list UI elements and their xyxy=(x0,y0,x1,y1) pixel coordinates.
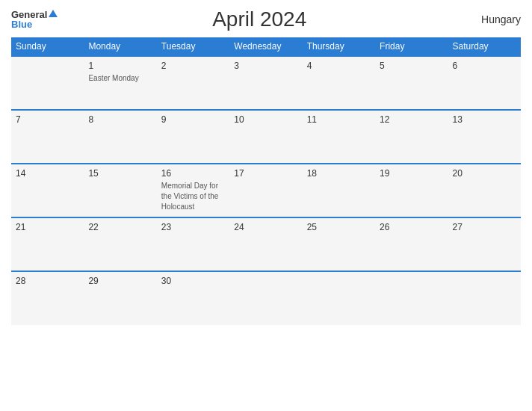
table-row: 12 xyxy=(375,110,448,164)
logo-triangle-icon xyxy=(49,10,58,17)
table-row: 11 xyxy=(303,110,375,164)
col-sunday: Sunday xyxy=(11,37,84,56)
day-number: 25 xyxy=(307,222,371,232)
day-number: 2 xyxy=(161,61,225,71)
day-number: 19 xyxy=(380,168,443,179)
day-number: 4 xyxy=(307,61,371,71)
col-monday: Monday xyxy=(84,37,156,56)
table-row: 10 xyxy=(229,110,302,164)
table-row: 5 xyxy=(375,56,448,110)
day-number: 15 xyxy=(88,168,152,179)
table-row: 4 xyxy=(303,56,375,110)
col-wednesday: Wednesday xyxy=(229,37,302,56)
day-number: 3 xyxy=(234,61,297,71)
col-saturday: Saturday xyxy=(448,37,521,56)
day-number: 17 xyxy=(234,168,297,179)
day-number: 1 xyxy=(88,61,152,71)
table-row: 7 xyxy=(11,110,84,164)
table-row: 3 xyxy=(229,56,302,110)
day-number: 26 xyxy=(380,222,443,232)
table-row: 27 xyxy=(448,217,521,271)
day-number: 16 xyxy=(161,168,225,179)
table-row: 18 xyxy=(303,164,375,217)
day-number: 29 xyxy=(88,276,152,286)
table-row: 1Easter Monday xyxy=(84,56,156,110)
col-friday: Friday xyxy=(375,37,448,56)
day-number: 23 xyxy=(161,222,225,232)
calendar-week-row: 78910111213 xyxy=(11,110,521,164)
table-row: 15 xyxy=(84,164,156,217)
logo: General Blue xyxy=(11,10,58,29)
calendar-week-row: 141516Memorial Day for the Victims of th… xyxy=(11,164,521,217)
day-number: 5 xyxy=(380,61,443,71)
event-label: Easter Monday xyxy=(88,74,138,82)
day-number: 27 xyxy=(453,222,516,232)
table-row: 6 xyxy=(448,56,521,110)
day-number: 24 xyxy=(234,222,297,232)
table-row: 23 xyxy=(157,217,229,271)
table-row xyxy=(448,271,521,325)
table-row xyxy=(229,271,302,325)
table-row: 22 xyxy=(84,217,156,271)
table-row: 28 xyxy=(11,271,84,325)
calendar-week-row: 282930 xyxy=(11,271,521,325)
day-number: 20 xyxy=(453,168,516,179)
table-row xyxy=(11,56,84,110)
table-row: 26 xyxy=(375,217,448,271)
calendar-week-row: 1Easter Monday23456 xyxy=(11,56,521,110)
day-number: 21 xyxy=(16,222,79,232)
day-number: 11 xyxy=(307,114,371,125)
calendar-title: April 2024 xyxy=(58,7,461,31)
table-row: 2 xyxy=(157,56,229,110)
table-row: 17 xyxy=(229,164,302,217)
col-thursday: Thursday xyxy=(303,37,375,56)
calendar-header-row: Sunday Monday Tuesday Wednesday Thursday… xyxy=(11,37,521,56)
table-row: 16Memorial Day for the Victims of the Ho… xyxy=(157,164,229,217)
table-row: 24 xyxy=(229,217,302,271)
table-row xyxy=(375,271,448,325)
day-number: 12 xyxy=(380,114,443,125)
table-row: 25 xyxy=(303,217,375,271)
col-tuesday: Tuesday xyxy=(157,37,229,56)
table-row: 14 xyxy=(11,164,84,217)
table-row: 19 xyxy=(375,164,448,217)
day-number: 30 xyxy=(161,276,225,286)
country-label: Hungary xyxy=(461,13,521,25)
table-row: 8 xyxy=(84,110,156,164)
day-number: 10 xyxy=(234,114,297,125)
logo-blue-text: Blue xyxy=(11,19,32,29)
event-label: Memorial Day for the Victims of the Holo… xyxy=(161,182,219,211)
table-row: 13 xyxy=(448,110,521,164)
day-number: 13 xyxy=(453,114,516,125)
day-number: 8 xyxy=(88,114,152,125)
page: General Blue April 2024 Hungary Sunday M… xyxy=(0,0,532,411)
day-number: 6 xyxy=(453,61,516,71)
day-number: 28 xyxy=(16,276,79,286)
day-number: 7 xyxy=(16,114,79,125)
header: General Blue April 2024 Hungary xyxy=(11,7,521,31)
calendar-week-row: 21222324252627 xyxy=(11,217,521,271)
table-row: 30 xyxy=(157,271,229,325)
day-number: 9 xyxy=(161,114,225,125)
day-number: 18 xyxy=(307,168,371,179)
table-row: 9 xyxy=(157,110,229,164)
day-number: 22 xyxy=(88,222,152,232)
table-row: 21 xyxy=(11,217,84,271)
table-row: 20 xyxy=(448,164,521,217)
calendar-table: Sunday Monday Tuesday Wednesday Thursday… xyxy=(11,37,521,325)
day-number: 14 xyxy=(16,168,79,179)
table-row: 29 xyxy=(84,271,156,325)
table-row xyxy=(303,271,375,325)
